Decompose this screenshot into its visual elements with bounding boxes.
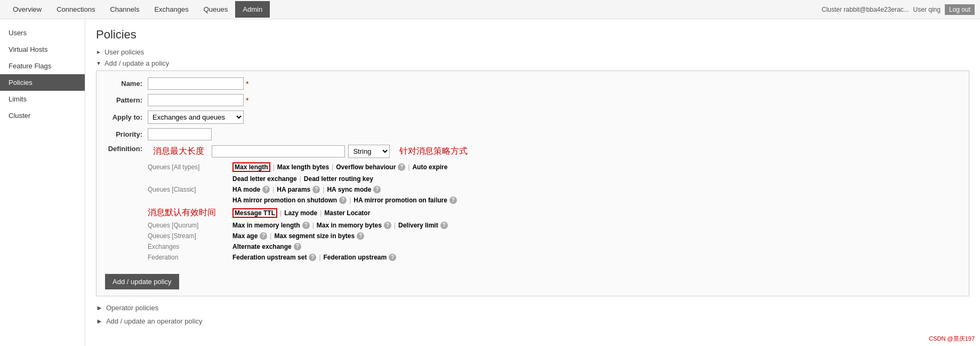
def-ha-params[interactable]: HA params (277, 186, 310, 193)
def-federation-upstream-set[interactable]: Federation upstream set (232, 254, 307, 261)
sidebar-item-cluster[interactable]: Cluster (0, 107, 85, 124)
apply-to-select[interactable]: Exchanges and queues Exchanges Queues (148, 111, 244, 124)
queues-stream-label: Queues [Stream] (148, 232, 230, 240)
federation-upstream-set-help-icon[interactable]: ? (309, 254, 316, 261)
sidebar-item-users[interactable]: Users (0, 25, 85, 41)
policy-definitions: Queues [All types] Max length | Max leng… (148, 162, 468, 264)
operator-policies-header[interactable]: ► Operator policies (96, 304, 969, 312)
priority-input[interactable] (148, 128, 212, 140)
pattern-row: Pattern: * (105, 94, 960, 106)
queues-classic-items1: HA mode ? | HA params ? | HA sync mode ? (232, 186, 381, 193)
sidebar: Users Virtual Hosts Feature Flags Polici… (0, 19, 85, 346)
add-operator-policy-header[interactable]: ► Add / update an operator policy (96, 317, 969, 325)
pattern-label: Pattern: (105, 96, 148, 104)
queues-all-row2: Dead letter exchange | Dead letter routi… (148, 175, 468, 183)
apply-to-label: Apply to: (105, 113, 148, 121)
pattern-input[interactable] (148, 94, 244, 106)
def-ha-mirror-failure[interactable]: HA mirror promotion on failure (354, 196, 447, 204)
cluster-user-info: Cluster rabbit@bba4e23erac... User qing … (822, 4, 975, 15)
max-in-memory-bytes-help-icon[interactable]: ? (384, 222, 391, 229)
sidebar-item-policies[interactable]: Policies (0, 74, 85, 91)
definition-input[interactable] (212, 145, 345, 158)
alternate-exchange-help-icon[interactable]: ? (294, 243, 301, 250)
user-policies-label: User policies (105, 48, 144, 56)
nav-queues[interactable]: Queues (196, 1, 236, 18)
def-ha-sync-mode[interactable]: HA sync mode (327, 186, 371, 193)
max-age-help-icon[interactable]: ? (260, 232, 267, 240)
name-input[interactable] (148, 77, 244, 90)
federation-upstream-help-icon[interactable]: ? (389, 254, 396, 261)
sidebar-item-limits[interactable]: Limits (0, 91, 85, 107)
delivery-limit-help-icon[interactable]: ? (440, 222, 448, 229)
def-message-ttl[interactable]: Message TTL (232, 208, 277, 218)
def-overflow-behaviour[interactable]: Overflow behaviour (336, 163, 396, 171)
max-in-memory-length-help-icon[interactable]: ? (302, 222, 310, 229)
queues-classic-row1: Queues [Classic] HA mode ? | HA params ?… (148, 186, 468, 193)
exchanges-row: Exchanges Alternate exchange ? (148, 243, 468, 250)
ha-params-help-icon[interactable]: ? (312, 186, 320, 193)
nav-connections[interactable]: Connections (49, 1, 102, 18)
sidebar-item-feature-flags[interactable]: Feature Flags (0, 58, 85, 74)
def-master-locator[interactable]: Master Locator (324, 209, 370, 217)
ha-mirror-failure-help-icon[interactable]: ? (449, 196, 457, 204)
annotation-strategy: 针对消息策略方式 (399, 146, 468, 157)
queues-classic-label: Queues [Classic] (148, 186, 230, 193)
name-label: Name: (105, 80, 148, 88)
def-max-length[interactable]: Max length (232, 162, 270, 172)
def-lazy-mode[interactable]: Lazy mode (284, 209, 317, 217)
add-policy-form: Name: * Pattern: * Apply to: Exchanges a… (96, 70, 969, 296)
def-delivery-limit[interactable]: Delivery limit (398, 222, 438, 229)
priority-row: Priority: (105, 128, 960, 140)
top-navigation: Overview Connections Channels Exchanges … (0, 0, 980, 19)
definition-label: Definition: (105, 145, 148, 153)
submit-policy-button[interactable]: Add / update policy (105, 274, 179, 289)
max-segment-size-help-icon[interactable]: ? (357, 232, 364, 240)
ha-mode-help-icon[interactable]: ? (262, 186, 270, 193)
definition-row: Definition: 消息最大长度 String Number Boolean… (105, 145, 960, 264)
priority-label: Priority: (105, 130, 148, 138)
queues-quorum-row: Queues [Quorum] Max in memory length ? |… (148, 222, 468, 229)
def-max-length-bytes[interactable]: Max length bytes (277, 163, 329, 171)
def-alternate-exchange[interactable]: Alternate exchange (232, 243, 292, 250)
ha-sync-mode-help-icon[interactable]: ? (373, 186, 381, 193)
def-federation-upstream[interactable]: Federation upstream (324, 254, 387, 261)
add-operator-policy-label: Add / update an operator policy (106, 317, 203, 325)
federation-items: Federation upstream set ? | Federation u… (232, 254, 396, 261)
main-content: Policies ► User policies ▼ Add / update … (85, 19, 980, 346)
ha-mirror-shutdown-help-icon[interactable]: ? (339, 196, 347, 204)
nav-channels[interactable]: Channels (102, 1, 147, 18)
def-ha-mirror-shutdown[interactable]: HA mirror promotion on shutdown (232, 196, 337, 204)
user-policies-header[interactable]: ► User policies (96, 48, 969, 56)
cluster-label: Cluster rabbit@bba4e23erac... (822, 6, 909, 13)
def-ha-mode[interactable]: HA mode (232, 186, 260, 193)
exchanges-label: Exchanges (148, 243, 230, 250)
def-max-in-memory-bytes[interactable]: Max in memory bytes (317, 222, 382, 229)
queues-quorum-label: Queues [Quorum] (148, 222, 230, 229)
queues-stream-items: Max age ? | Max segment size in bytes ? (232, 232, 364, 240)
footer-watermark: CSDN @景庆197 (929, 335, 975, 343)
federation-label: Federation (148, 254, 230, 261)
add-policy-arrow: ▼ (96, 60, 101, 66)
nav-exchanges[interactable]: Exchanges (147, 1, 196, 18)
add-policy-label: Add / update a policy (105, 59, 169, 67)
sidebar-item-virtual-hosts[interactable]: Virtual Hosts (0, 41, 85, 58)
def-dead-letter-routing-key[interactable]: Dead letter routing key (304, 175, 373, 183)
add-policy-header[interactable]: ▼ Add / update a policy (96, 59, 969, 67)
def-max-segment-size[interactable]: Max segment size in bytes (274, 232, 355, 240)
nav-admin[interactable]: Admin (235, 1, 270, 18)
nav-overview[interactable]: Overview (5, 1, 49, 18)
def-auto-expire[interactable]: Auto expire (412, 163, 447, 171)
queues-classic-row2: HA mirror promotion on shutdown ? | HA m… (148, 196, 468, 204)
def-max-in-memory-length[interactable]: Max in memory length (232, 222, 300, 229)
def-max-age[interactable]: Max age (232, 232, 258, 240)
add-operator-policy-arrow: ► (96, 317, 103, 325)
queues-all-items2: Dead letter exchange | Dead letter routi… (232, 175, 373, 183)
queues-quorum-items: Max in memory length ? | Max in memory b… (232, 222, 448, 229)
definition-type-select[interactable]: String Number Boolean List (348, 145, 390, 158)
page-title: Policies (96, 28, 969, 42)
overflow-help-icon[interactable]: ? (398, 163, 405, 171)
queues-classic-items2: HA mirror promotion on shutdown ? | HA m… (232, 196, 457, 204)
logout-button[interactable]: Log out (945, 4, 975, 15)
def-dead-letter-exchange[interactable]: Dead letter exchange (232, 175, 297, 183)
queues-all-label: Queues [All types] (148, 163, 230, 171)
